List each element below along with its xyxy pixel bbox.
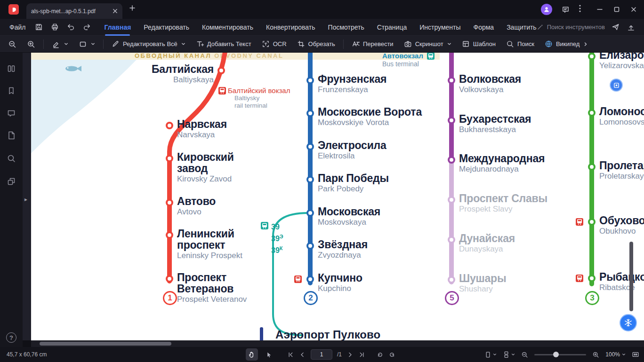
airport-label: Аэропорт Пулково [275, 328, 380, 340]
avatar[interactable] [541, 4, 552, 15]
redo-icon[interactable] [83, 23, 91, 31]
station-dot [448, 77, 455, 84]
tool-search-input[interactable]: Поиск инструментов [537, 24, 605, 31]
snowflake-button[interactable] [620, 314, 637, 331]
menu-tools[interactable]: Инструменты [419, 24, 460, 31]
select-cursor-button[interactable] [263, 348, 275, 361]
station-dot [448, 117, 455, 124]
attachments-icon[interactable] [7, 131, 16, 140]
hand-tool-button[interactable] [246, 348, 258, 361]
zoom-slider[interactable] [534, 354, 586, 355]
next-page-button[interactable] [346, 351, 354, 358]
wikipedia-button[interactable]: Википед [539, 38, 593, 51]
camera-icon [404, 40, 412, 48]
search-button[interactable]: Поиск [501, 38, 539, 51]
stamps-icon[interactable] [7, 177, 16, 186]
close-button[interactable] [630, 6, 637, 13]
horizontal-scrollbar-track[interactable] [31, 340, 644, 347]
station-label: Парк ПобедыPark Pobedy [318, 173, 389, 193]
station-label: КупчиноKupchino [318, 272, 362, 293]
screenshot-button[interactable]: Скриншот [399, 38, 457, 51]
send-icon[interactable] [612, 23, 620, 31]
panel-collapse-arrow[interactable]: ▸ [24, 196, 27, 203]
prev-view-button[interactable] [377, 351, 384, 358]
document-tab[interactable]: als-spb-met...ap-0.5.1.pdf [26, 3, 122, 19]
fit-width-button[interactable] [632, 351, 639, 358]
select-tool-button[interactable] [47, 38, 73, 51]
continuous-view-button[interactable] [503, 351, 515, 358]
last-page-button[interactable] [358, 351, 365, 358]
station-dot [588, 275, 596, 282]
upload-icon[interactable] [627, 23, 635, 31]
station-dot [448, 156, 455, 164]
search-panel-icon[interactable] [7, 154, 16, 163]
station-label: ЛенинскийпроспектLeninsky Prospekt [177, 228, 242, 260]
app-window: als-spb-met...ap-0.5.1.pdf [0, 0, 644, 362]
shape-tool-button[interactable] [73, 38, 100, 51]
thumbnails-icon[interactable] [7, 64, 16, 73]
save-icon[interactable] [35, 23, 43, 31]
help-button[interactable]: ? [6, 332, 16, 343]
menu-form[interactable]: Форма [474, 24, 494, 31]
menu-home[interactable]: Главная [104, 24, 131, 31]
crop-button[interactable]: Обрезать [292, 38, 340, 51]
print-icon[interactable] [51, 23, 59, 31]
prev-page-button[interactable] [299, 351, 306, 358]
menu-convert[interactable]: Конвертировать [266, 24, 315, 31]
rail-terminal-icon [218, 87, 226, 94]
bus-route-label: 39К [271, 244, 283, 255]
station-dot [588, 53, 596, 60]
horizontal-scrollbar-thumb[interactable] [40, 342, 171, 346]
floating-widget-button[interactable] [610, 79, 623, 92]
new-tab-button[interactable] [129, 5, 136, 11]
tab-close-icon[interactable] [113, 8, 118, 14]
zoom-slider-thumb[interactable] [553, 352, 559, 357]
rail-terminal-icon [294, 275, 302, 283]
left-sidebar: ? [0, 53, 23, 347]
station-dot [306, 110, 314, 117]
menu-edit[interactable]: Редактировать [144, 24, 189, 31]
comments-icon[interactable] [7, 109, 16, 118]
first-page-button[interactable] [287, 351, 294, 358]
page-number-input[interactable]: 1 [311, 349, 332, 360]
ocr-icon [262, 40, 270, 48]
app-logo-icon[interactable] [8, 4, 19, 15]
kebab-menu-icon[interactable] [579, 5, 581, 14]
menu-page[interactable]: Страница [377, 24, 407, 31]
zoom-out-button[interactable] [521, 351, 528, 358]
maximize-button[interactable] [613, 6, 620, 13]
undo-icon[interactable] [67, 23, 75, 31]
tab-title: als-spb-met...ap-0.5.1.pdf [31, 8, 110, 15]
ocr-button[interactable]: OCR [257, 38, 292, 51]
single-page-view-button[interactable] [484, 351, 497, 358]
add-text-button[interactable]: Добавить Текст [191, 38, 257, 51]
zoom-out-tool-button[interactable] [3, 38, 22, 51]
translate-button[interactable]: Перевести [346, 38, 399, 51]
menu-file[interactable]: Файл [0, 24, 35, 31]
zoom-in-tool-button[interactable] [22, 38, 40, 51]
station-dot [306, 143, 314, 150]
next-view-button[interactable] [388, 351, 395, 358]
station-dot [306, 77, 314, 84]
station-label: ЗвёзднаяZvyozdnaya [318, 239, 368, 260]
menu-view[interactable]: Посмотреть [328, 24, 364, 31]
page-total: /1 [337, 351, 342, 358]
zoom-level-dropdown[interactable]: 100% [605, 351, 626, 358]
minimize-button[interactable] [596, 6, 604, 13]
station-label: ПроспектВетерановProspekt Veteranov [177, 272, 247, 304]
menu-comment[interactable]: Комментировать [202, 24, 253, 31]
pdf-page-metro-map[interactable]: ОБВОДНЫЙ КАНАЛ OBVODNY CANAL БалтийскаяB… [31, 53, 644, 340]
wand-icon [537, 24, 544, 31]
station-label: ШушарыShushary [459, 273, 506, 293]
menu-protect[interactable]: Защитить [507, 24, 537, 31]
station-label: Московские ВоротаMoskovskiye Vorota [318, 106, 422, 127]
feedback-icon[interactable] [562, 6, 570, 14]
station-dot [306, 242, 314, 250]
vertical-scrollbar[interactable] [629, 242, 633, 311]
template-button[interactable]: Шаблон [457, 38, 501, 51]
station-dot [306, 275, 314, 283]
zoom-in-button[interactable] [592, 351, 599, 358]
edit-all-button[interactable]: Редактировать Всё [106, 38, 191, 51]
statusbar: 45,7 x 60,76 cm 1 /1 [0, 347, 644, 362]
bookmarks-icon[interactable] [7, 86, 16, 95]
